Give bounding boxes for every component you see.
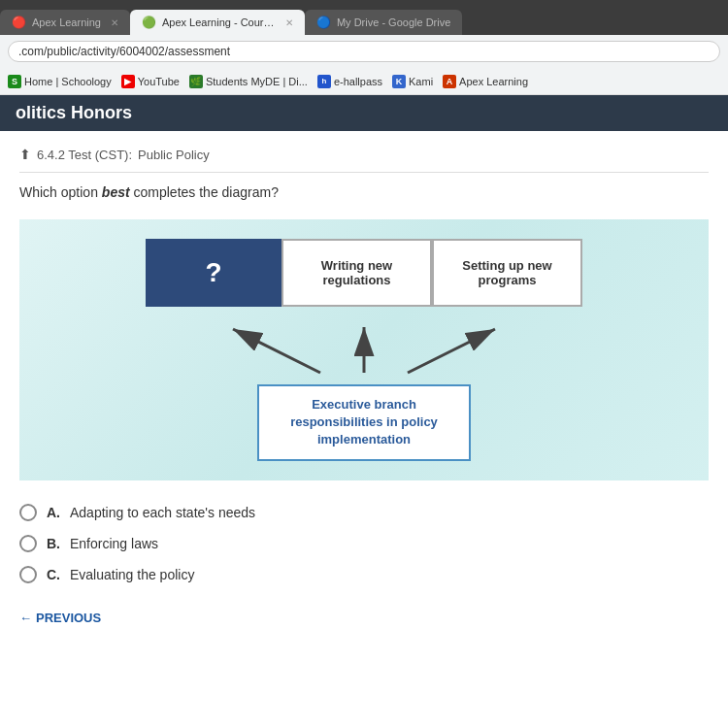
kami-icon: K bbox=[392, 75, 406, 88]
answer-key-a: A. bbox=[47, 505, 60, 520]
diagram-bottom-box: Executive branch responsibilities in pol… bbox=[257, 384, 471, 461]
page-header: olitics Honors bbox=[0, 95, 728, 131]
radio-b[interactable] bbox=[19, 535, 37, 552]
bookmark-ehallpass[interactable]: h e-hallpass bbox=[317, 75, 382, 88]
bottom-box-text: Executive branch responsibilities in pol… bbox=[290, 397, 438, 447]
page-header-text: olitics Honors bbox=[16, 103, 132, 122]
diagram-unknown-box: ? bbox=[146, 239, 281, 307]
diagram-box-setting: Setting up new programs bbox=[432, 239, 582, 307]
tab-favicon-2: 🟢 bbox=[142, 16, 156, 29]
content-area: ⬆ 6.4.2 Test (CST): Public Policy Which … bbox=[0, 131, 728, 641]
browser-chrome: 🔴 Apex Learning ✕ 🟢 Apex Learning - Cour… bbox=[0, 0, 728, 95]
bookmark-youtube[interactable]: ▶ YouTube bbox=[121, 75, 180, 88]
diagram-top-row: ? Writing new regulations Setting up new… bbox=[39, 239, 689, 307]
breadcrumb-test-label: 6.4.2 Test (CST): bbox=[37, 148, 132, 162]
schoology-icon: S bbox=[8, 75, 21, 88]
answer-text-c: Evaluating the policy bbox=[70, 567, 194, 582]
radio-c[interactable] bbox=[19, 566, 37, 583]
ehallpass-label: e-hallpass bbox=[334, 76, 382, 87]
tab-label-2: Apex Learning - Courses bbox=[162, 17, 276, 28]
svg-line-3 bbox=[408, 329, 495, 373]
tab-apex-learning[interactable]: 🔴 Apex Learning ✕ bbox=[0, 10, 130, 35]
previous-label: PREVIOUS bbox=[36, 611, 101, 625]
breadcrumb-sub: Public Policy bbox=[138, 148, 210, 162]
diagram-box-writing: Writing new regulations bbox=[281, 239, 432, 307]
tab-close-2[interactable]: ✕ bbox=[285, 17, 293, 28]
unknown-symbol: ? bbox=[205, 257, 221, 288]
answer-text-a: Adapting to each state's needs bbox=[70, 505, 255, 520]
answer-options: A. Adapting to each state's needs B. Enf… bbox=[19, 500, 709, 601]
answer-option-a[interactable]: A. Adapting to each state's needs bbox=[19, 504, 709, 521]
answer-option-c[interactable]: C. Evaluating the policy bbox=[19, 566, 709, 583]
address-bar[interactable]: .com/public/activity/6004002/assessment bbox=[8, 41, 720, 62]
address-bar-row: .com/public/activity/6004002/assessment bbox=[0, 35, 728, 68]
bookmark-schoology[interactable]: S Home | Schoology bbox=[8, 75, 112, 88]
breadcrumb: ⬆ 6.4.2 Test (CST): Public Policy bbox=[19, 147, 709, 173]
myde-icon: 🌿 bbox=[189, 75, 203, 88]
tab-favicon-3: 🔵 bbox=[316, 16, 331, 29]
tab-apex-courses[interactable]: 🟢 Apex Learning - Courses ✕ bbox=[130, 10, 305, 35]
previous-arrow: ← bbox=[19, 611, 32, 625]
youtube-label: YouTube bbox=[138, 76, 180, 87]
answer-key-b: B. bbox=[47, 536, 60, 551]
myde-label: Students MyDE | Di... bbox=[206, 76, 308, 87]
tab-bar: 🔴 Apex Learning ✕ 🟢 Apex Learning - Cour… bbox=[0, 0, 728, 35]
youtube-icon: ▶ bbox=[121, 75, 135, 88]
tab-google-drive[interactable]: 🔵 My Drive - Google Drive bbox=[305, 10, 462, 35]
answer-text-b: Enforcing laws bbox=[70, 536, 158, 551]
radio-a[interactable] bbox=[19, 504, 37, 521]
bookmark-kami[interactable]: K Kami bbox=[392, 75, 433, 88]
answer-key-c: C. bbox=[47, 567, 60, 582]
kami-label: Kami bbox=[409, 76, 433, 87]
arrows-svg bbox=[146, 319, 582, 382]
tab-label-3: My Drive - Google Drive bbox=[337, 17, 450, 28]
diagram-arrows-area bbox=[39, 316, 689, 384]
apex-icon: A bbox=[443, 75, 456, 88]
tab-label-1: Apex Learning bbox=[32, 17, 101, 28]
diagram-area: ? Writing new regulations Setting up new… bbox=[19, 219, 709, 480]
answer-option-b[interactable]: B. Enforcing laws bbox=[19, 535, 709, 552]
question-em: best bbox=[102, 184, 130, 200]
bookmarks-bar: S Home | Schoology ▶ YouTube 🌿 Students … bbox=[0, 68, 728, 95]
setting-programs-text: Setting up new programs bbox=[440, 258, 575, 287]
bookmark-apex[interactable]: A Apex Learning bbox=[443, 75, 528, 88]
question-text: Which option best completes the diagram? bbox=[19, 184, 709, 200]
previous-nav[interactable]: ← PREVIOUS bbox=[19, 611, 709, 625]
ehallpass-icon: h bbox=[317, 75, 331, 88]
schoology-label: Home | Schoology bbox=[24, 76, 112, 87]
bookmark-myde[interactable]: 🌿 Students MyDE | Di... bbox=[189, 75, 308, 88]
tab-favicon-1: 🔴 bbox=[12, 16, 26, 29]
apex-label: Apex Learning bbox=[459, 76, 528, 87]
svg-line-1 bbox=[233, 329, 320, 373]
tab-close-1[interactable]: ✕ bbox=[111, 17, 118, 28]
breadcrumb-icon: ⬆ bbox=[19, 147, 31, 162]
writing-regulations-text: Writing new regulations bbox=[289, 258, 424, 287]
